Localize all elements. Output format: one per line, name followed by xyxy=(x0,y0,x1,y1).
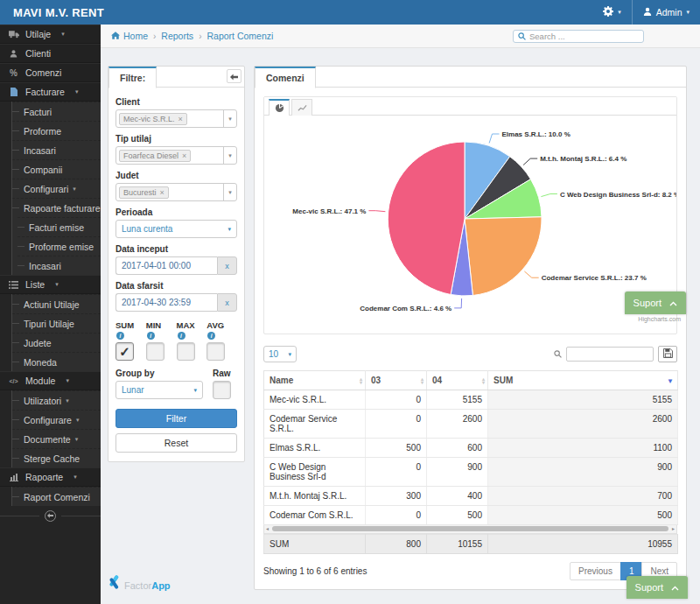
cell-sum: 500 xyxy=(488,506,678,525)
tab-comenzi[interactable]: Comenzi xyxy=(255,67,316,88)
horizontal-scrollbar[interactable]: ◂ ▸ xyxy=(263,525,677,534)
breadcrumb-bar: Home›Reports›Raport Comenzi xyxy=(101,25,700,48)
pie-slice-mec-vic-s-r-l[interactable] xyxy=(388,142,465,295)
perioada-label: Perioada xyxy=(116,207,237,217)
breadcrumb-separator: › xyxy=(193,32,206,41)
aggregate-label: MIN xyxy=(146,320,177,330)
raw-checkbox[interactable] xyxy=(213,381,231,399)
sidebar-item-raport-comenzi[interactable]: Raport Comenzi xyxy=(12,487,101,506)
search-input[interactable] xyxy=(529,32,639,41)
breadcrumb-reports[interactable]: Reports xyxy=(161,31,193,41)
column-header-sum[interactable]: SUM▼ xyxy=(488,371,678,390)
sidebar-item-facturi[interactable]: Facturi xyxy=(12,102,101,121)
admin-menu-button[interactable]: Admin ▾ xyxy=(633,0,700,25)
sidebar-item-configurare[interactable]: Configurare▾ xyxy=(12,410,101,429)
global-search xyxy=(513,30,644,43)
pie-label-connector xyxy=(523,158,537,165)
sidebar-item-rapoarte[interactable]: Rapoarte▾ xyxy=(0,467,101,487)
export-button[interactable] xyxy=(658,346,677,362)
client-multiselect[interactable]: Mec-vic S.R.L.× ▾ xyxy=(116,109,237,128)
info-icon[interactable]: i xyxy=(147,332,155,340)
suport-button-bottom[interactable]: Suport xyxy=(626,576,688,599)
clear-date-button[interactable]: x xyxy=(217,256,237,275)
sidebar-item-incasari[interactable]: Incasari xyxy=(12,140,101,159)
admin-label: Admin xyxy=(656,7,682,18)
caret-down-icon: ▾ xyxy=(75,436,79,443)
tab-filtre[interactable]: Filtre: xyxy=(108,67,157,88)
remove-tag-icon[interactable]: × xyxy=(160,188,164,197)
page-length-value: 10 xyxy=(269,349,278,359)
clear-date-button[interactable]: x xyxy=(217,293,237,312)
sidebar-item-rapoarte-facturare[interactable]: Rapoarte facturare▾ xyxy=(12,198,101,217)
avg-checkbox[interactable] xyxy=(206,342,225,361)
sidebar-item-utilizatori[interactable]: Utilizatori▾ xyxy=(12,390,101,410)
sidebar-item-actiuni-utilaje[interactable]: Actiuni Utilaje xyxy=(12,294,101,313)
tab-line-chart[interactable] xyxy=(291,99,312,116)
tip-utilaj-multiselect[interactable]: Foarfeca Diesel× ▾ xyxy=(116,146,237,165)
settings-button[interactable]: ▾ xyxy=(592,0,632,25)
cell-04: 2600 xyxy=(427,410,488,439)
sidebar-item-proforme[interactable]: Proforme xyxy=(12,121,101,140)
breadcrumb-raport-comenzi[interactable]: Raport Comenzi xyxy=(206,31,273,41)
perioada-select[interactable]: Luna curenta ▾ xyxy=(116,220,237,238)
column-header-04[interactable]: 04▴▾ xyxy=(427,371,488,390)
min-checkbox[interactable] xyxy=(146,342,164,361)
tab-pie-chart[interactable] xyxy=(269,99,290,116)
sidebar-item-facturi-emise[interactable]: Facturi emise xyxy=(18,217,101,236)
aggregate-max: MAXi xyxy=(177,320,207,361)
reset-button[interactable]: Reset xyxy=(116,433,237,453)
data-sfarsit-label: Data sfarsit xyxy=(116,281,237,291)
info-icon[interactable]: i xyxy=(207,332,215,340)
page-length-select[interactable]: 10 ▾ xyxy=(263,346,297,362)
table-row: Mec-vic S.R.L.051555155 xyxy=(264,390,678,410)
sidebar-item-liste[interactable]: Liste▾ xyxy=(0,275,101,294)
max-checkbox[interactable] xyxy=(177,342,195,361)
sidebar-item-tipuri-utilaje[interactable]: Tipuri Utilaje xyxy=(12,313,101,333)
sidebar-item-comenzi[interactable]: %Comenzi xyxy=(0,63,101,82)
column-header-03[interactable]: 03▴▾ xyxy=(366,371,427,390)
sidebar-item-configurari[interactable]: Configurari▾ xyxy=(12,179,101,198)
remove-tag-icon[interactable]: × xyxy=(182,151,186,160)
sidebar-item-label: Facturi xyxy=(24,107,52,117)
pie-label: Codemar Com S.R.L.: 4.6 % xyxy=(360,305,452,313)
group-by-label: Group by xyxy=(116,369,203,378)
sidebar-item-proforme-emise[interactable]: Proforme emise xyxy=(18,236,101,256)
sidebar-item-facturare[interactable]: Facturare▾ xyxy=(0,82,101,102)
sum-checkbox[interactable]: ✓ xyxy=(116,342,134,361)
data-inceput-label: Data inceput xyxy=(116,244,237,254)
sidebar-item-clienti[interactable]: Clienti xyxy=(0,44,101,63)
sidebar-item-sterge-cache[interactable]: Sterge Cache xyxy=(12,448,101,467)
sidebar-item-label: Moneda xyxy=(24,357,57,368)
group-by-select[interactable]: Lunar ▾ xyxy=(116,381,203,399)
app-brand: MAVI M.V. RENT xyxy=(0,6,104,19)
data-inceput-input[interactable] xyxy=(116,256,217,275)
pie-slice-codemar-service-s-r-l[interactable] xyxy=(465,217,542,296)
sidebar-item-judete[interactable]: Judete xyxy=(12,333,101,352)
filter-button[interactable]: Filter xyxy=(116,409,237,428)
sidebar-item-companii[interactable]: Companii xyxy=(12,159,101,179)
info-icon[interactable]: i xyxy=(116,332,124,340)
sidebar-item-moneda[interactable]: Moneda xyxy=(12,352,101,371)
scrollbar-thumb[interactable] xyxy=(272,526,668,531)
scroll-right-icon[interactable]: ▸ xyxy=(672,525,675,533)
sidebar-item-utilaje[interactable]: Utilaje▾ xyxy=(0,25,101,44)
sidebar-item-incasari[interactable]: Incasari xyxy=(18,256,101,275)
sort-icon: ▴▾ xyxy=(482,376,485,384)
remove-tag-icon[interactable]: × xyxy=(178,115,183,123)
previous-page-button[interactable]: Previous xyxy=(570,562,621,580)
judet-multiselect[interactable]: Bucuresti× ▾ xyxy=(116,183,237,201)
info-icon[interactable]: i xyxy=(178,332,186,340)
suport-button[interactable]: Suport xyxy=(625,291,686,314)
breadcrumb-home[interactable]: Home xyxy=(111,31,148,41)
data-sfarsit-input[interactable] xyxy=(116,293,217,312)
gear-icon xyxy=(603,6,613,18)
sidebar-item-label: Utilizatori xyxy=(24,396,61,406)
collapse-filters-button[interactable] xyxy=(227,69,242,83)
sidebar-collapse-button[interactable] xyxy=(0,506,101,525)
sidebar-item-documente[interactable]: Documente▾ xyxy=(12,429,101,448)
table-search-input[interactable] xyxy=(566,347,654,362)
scroll-left-icon[interactable]: ◂ xyxy=(266,525,269,533)
column-header-name[interactable]: Name▴▾ xyxy=(264,371,366,390)
highcharts-credit[interactable]: Highcharts.com xyxy=(638,316,681,322)
sidebar-item-module[interactable]: </>Module▾ xyxy=(0,371,101,390)
